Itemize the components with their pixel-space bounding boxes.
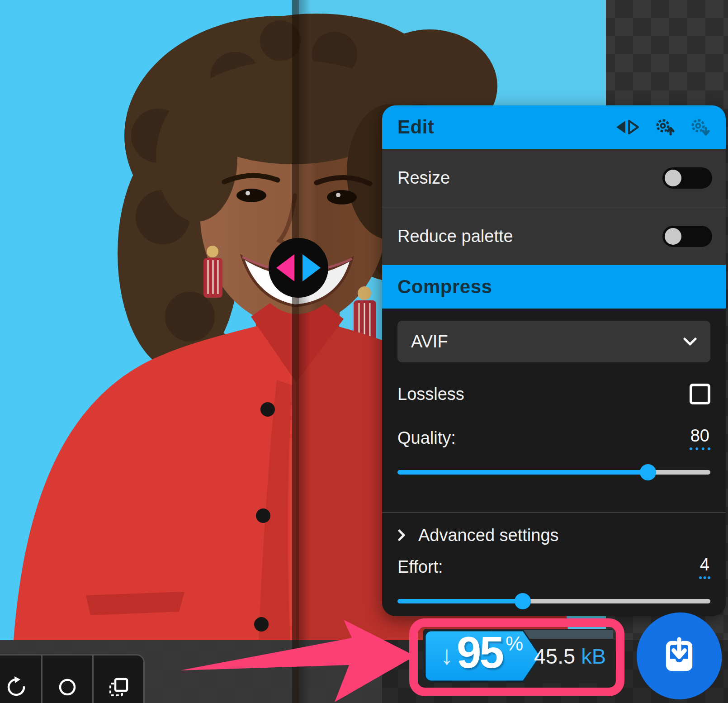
settings-panel: Edit Resize	[382, 105, 726, 616]
reduce-palette-toggle[interactable]	[662, 226, 712, 247]
resize-label: Resize	[397, 168, 450, 188]
edit-title: Edit	[397, 116, 434, 138]
gear-up-import-icon[interactable]	[654, 117, 675, 137]
file-size-unit: kB	[581, 644, 606, 669]
edit-header-icons	[615, 117, 710, 137]
effort-slider-track[interactable]	[397, 599, 710, 603]
quality-value[interactable]: 80	[690, 426, 710, 450]
annotation-arrow	[172, 606, 425, 703]
percent-sign: %	[506, 632, 523, 655]
effort-slider-thumb[interactable]	[515, 593, 531, 609]
copy-image-icon	[108, 676, 129, 698]
rotate-icon	[5, 676, 27, 698]
file-size-value: 45.5	[534, 644, 575, 669]
triangle-left-icon	[276, 254, 294, 281]
effort-row: Effort: 4	[397, 556, 710, 577]
advanced-settings-expander[interactable]: Advanced settings	[397, 525, 710, 546]
lossless-checkbox[interactable]	[690, 384, 710, 404]
annotation-highlight-box: ↓ 95 % 45.5 kB	[409, 618, 624, 696]
copy-image-button[interactable]	[92, 656, 143, 703]
reduce-palette-row: Reduce palette	[382, 208, 726, 265]
lossless-label: Lossless	[397, 385, 464, 404]
edit-section-header: Edit	[382, 105, 726, 149]
rotate-button[interactable]	[0, 656, 41, 703]
quality-row: Quality: 80	[397, 428, 710, 448]
file-size: 45.5 kB	[534, 629, 606, 683]
compare-slider-handle[interactable]	[269, 238, 328, 298]
resize-row: Resize	[382, 149, 726, 207]
viewer-toolbar	[0, 654, 145, 703]
chevron-right-icon	[397, 529, 407, 542]
quality-label: Quality:	[397, 428, 456, 448]
quality-slider-track[interactable]	[397, 470, 710, 475]
original-scale-button[interactable]	[41, 656, 92, 703]
squoosh-app: Edit Resize	[0, 0, 728, 703]
advanced-settings-label: Advanced settings	[418, 526, 559, 545]
down-arrow-icon: ↓	[440, 640, 454, 670]
quality-slider[interactable]	[397, 464, 710, 480]
chevron-down-icon	[683, 337, 697, 346]
compression-results-widget: ↓ 95 % 45.5 kB	[423, 629, 613, 683]
reduce-palette-label: Reduce palette	[397, 227, 513, 246]
gear-down-export-icon[interactable]	[690, 117, 710, 137]
compress-title: Compress	[397, 276, 492, 298]
section-divider	[382, 512, 726, 513]
effort-value[interactable]: 4	[699, 555, 710, 579]
lossless-row: Lossless	[397, 383, 710, 405]
triangle-right-icon	[303, 254, 321, 281]
download-icon	[660, 636, 699, 675]
compare-divider[interactable]	[292, 0, 299, 703]
savings-percent: 95	[457, 629, 502, 678]
compress-section-header: Compress	[382, 265, 726, 309]
original-scale-circle-icon	[57, 676, 78, 698]
compress-body: AVIF Lossless Quality: 80	[382, 321, 726, 609]
toggle-knob	[665, 228, 681, 245]
compare-icon[interactable]	[615, 117, 640, 137]
quality-slider-thumb[interactable]	[640, 464, 656, 480]
effort-label: Effort:	[397, 557, 443, 577]
codec-select[interactable]: AVIF	[397, 321, 710, 362]
toggle-knob	[665, 170, 681, 186]
resize-toggle[interactable]	[662, 167, 712, 189]
effort-slider[interactable]	[397, 593, 710, 609]
codec-selected-value: AVIF	[411, 332, 448, 352]
